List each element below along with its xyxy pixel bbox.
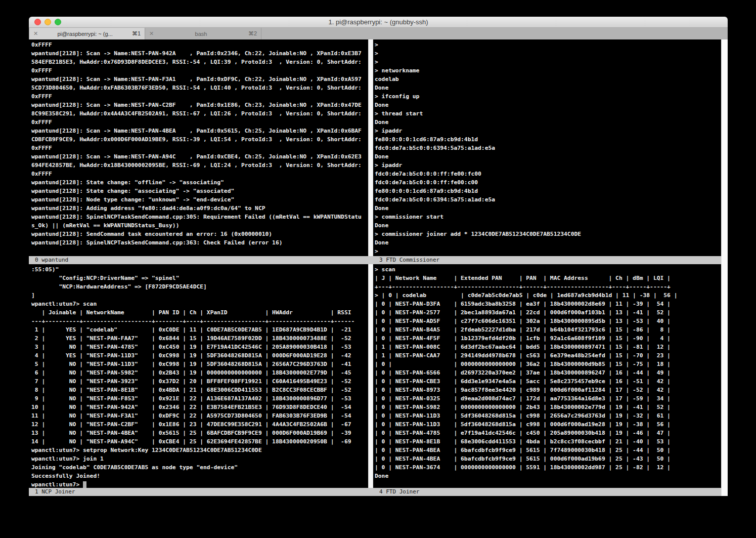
terminal-line: fdc0:de7a:b5c0:0:0:ff:fe00:fc00 — [375, 170, 721, 178]
terminal-line: wpantund[2128]: Scan -> Name:NEST-PAN-A9… — [31, 152, 368, 161]
terminal-line: codelab — [375, 75, 721, 84]
terminal-line: wpantund[2128]: Scan -> Name:NEST-PAN-C2… — [31, 101, 368, 109]
terminal-line: ] — [31, 291, 368, 300]
terminal-line: 0xFFFF — [31, 144, 368, 152]
tab-session-1[interactable]: ✕ pi@raspberrypi: ~ (g... ⌘1 — [29, 28, 145, 39]
terminal-line: | 0 | NEST-PAN-4BEA | 6bafcdbfcb9f9ce9 |… — [375, 446, 721, 454]
terminal-line: 7 | NO | "NEST-PAN-3923" | 0x37D2 | 20 |… — [31, 377, 368, 386]
terminal-line: 0xFFFF — [31, 66, 368, 75]
terminal-line: 1 | YES | "codelab" | 0xC0DE | 11 | C0DE… — [31, 325, 368, 334]
terminal-line: 0xFFFF — [31, 40, 368, 49]
terminal-line: wpanctl:utun7> setprop Network:Key 1234C… — [31, 446, 368, 454]
terminal-line: | 0 | NEST-PAN-4BEA | 6bafcdbfcb9f9ce9 |… — [375, 454, 721, 463]
terminal-line: | Joinable | NetworkName | PAN ID | Ch |… — [31, 308, 368, 317]
terminal-line: wpantund[2128]: Adding address "fe80::da… — [31, 204, 368, 213]
terminal-line: | 0 | NEST-PAN-B4A5 | 2fdeab52227d1dba |… — [375, 325, 721, 334]
terminal-line: 8C99E358C291, HwAddr:0x4A4A3C4FB2502A91,… — [31, 109, 368, 118]
terminal-line: wpantund[2128]: SendCommand task encount… — [31, 230, 368, 238]
terminal-line: fdc0:de7a:b5c0:0:0:ff:fe00:c00 — [375, 178, 721, 187]
terminal-line: | 0 | NEST-PAN-D3FA | 6159adc3ba8b3258 |… — [375, 300, 721, 308]
terminal-line: 5 | NO | "NEST-PAN-11D3" | 0xC998 | 19 |… — [31, 360, 368, 368]
close-tab-icon[interactable]: ✕ — [33, 30, 38, 37]
terminal-line: > ifconfig up — [375, 92, 721, 101]
terminal-line: 14 | NO | "NEST-PAN-A94C" | 0xCBE4 | 25 … — [31, 437, 368, 446]
pane-divider-scrollbar[interactable] — [368, 264, 373, 488]
terminal-line: > networkname — [375, 66, 721, 75]
terminal-line: "Config:NCP:DriverName" => "spinel" — [31, 274, 368, 282]
terminal-line: > — [375, 247, 721, 256]
close-tab-icon[interactable]: ✕ — [149, 30, 154, 37]
terminal-line: ---+----------+--------------------+----… — [31, 317, 368, 325]
pane-title-ftd-joiner: 4 FTD Joiner — [379, 488, 419, 496]
terminal-line: wpantund[2128]: State change: "associati… — [31, 187, 368, 195]
terminal-line: | 0 | | 0000000000000000 | 36a2 | 18b430… — [375, 360, 721, 368]
tmux-session-area: 0xFFFFwpantund[2128]: Scan -> Name:NEST-… — [29, 39, 728, 496]
terminal-line: > commissioner joiner add * 1234C0DE7AB5… — [375, 230, 721, 238]
terminal-line: 5CD73D804650, HwAddr:0xFAB6303B76F3ED50,… — [31, 84, 368, 92]
terminal-line: 6 | NO | "NEST-PAN-5982" | 0x2B43 | 19 |… — [31, 368, 368, 377]
terminal-line: | 0 | NEST-PAN-6566 | d26973220a370ee2 |… — [375, 368, 721, 377]
terminal-line: > ipaddr — [375, 161, 721, 170]
tab-shortcut: ⌘1 — [132, 30, 141, 37]
terminal-cursor — [83, 481, 86, 488]
terminal-line: "NCP:HardwareAddress" => [F872DF9CD5AE4D… — [31, 282, 368, 291]
tab-shortcut: ⌘2 — [248, 30, 257, 37]
terminal-line: > commissioner start — [375, 213, 721, 221]
terminal-line: | 0 | NEST-PAN-5982 | 0000000000000000 |… — [375, 403, 721, 411]
window-title: 1. pi@raspberrypi: ~ (gnubby-ssh) — [29, 17, 728, 28]
terminal-line: | 0 | NEST-PAN-AD5F | c27f7c606dc16351 |… — [375, 317, 721, 325]
tab-bar: ✕ pi@raspberrypi: ~ (g... ⌘1 ✕ bash ⌘2 — [29, 28, 728, 39]
terminal-line: Successfully Joined! — [31, 472, 368, 480]
terminal-line: Done — [375, 204, 721, 213]
terminal-line: 3 | NO | "NEST-PAN-4785" | 0xC450 | 19 |… — [31, 343, 368, 351]
pane-title-wpantund: 0 wpantund — [35, 256, 68, 264]
terminal-line: 2 | YES | "NEST-PAN-FAA7" | 0x6844 | 15 … — [31, 334, 368, 343]
terminal-line: 694FE42857BE, HwAddr:0x18B43000002095BE,… — [31, 161, 368, 170]
pane-title-ncp-joiner: 1 NCP Joiner — [35, 488, 75, 496]
terminal-line: Done — [375, 152, 721, 161]
terminal-line: | 0 | NEST-PAN-8973 | 9ac857f8ee3e4420 |… — [375, 386, 721, 394]
terminal-line: Done — [375, 118, 721, 127]
terminal-line: | 1 | NEST-PAN-008C | 6d3df2bc67aabc64 |… — [375, 343, 721, 351]
pane-status-bar-bottom: 1 NCP Joiner 4 FTD Joiner — [29, 488, 721, 496]
tab-label: pi@raspberrypi: ~ (g... — [41, 31, 128, 37]
terminal-line: | 0 | NEST-PAN-4F5F | 1b12379efd4df20b |… — [375, 334, 721, 343]
terminal-window: 1. pi@raspberrypi: ~ (gnubby-ssh) ✕ pi@r… — [29, 17, 728, 496]
terminal-line: Done — [375, 84, 721, 92]
pane-ftd-joiner[interactable]: > scan| J | Network Name | Extended PAN … — [373, 264, 721, 488]
terminal-line: | 0 | NEST-PAN-3674 | 0000000000000000 |… — [375, 463, 721, 472]
terminal-line: wpantund[2128]: State change: "offline" … — [31, 178, 368, 187]
terminal-line: CDBFCB9F9CE9, HwAddr:0x000D6F000AD19BE9,… — [31, 135, 368, 144]
terminal-line: | 0 | NEST-PAN-2577 | 2bec1a8893da67a1 |… — [375, 308, 721, 317]
terminal-line: fe80:0:0:0:1cd6:87a9:cb9d:4b1d — [375, 135, 721, 144]
pane-ftd-commissioner[interactable]: >>>> networknamecodelabDone> ifconfig up… — [373, 39, 721, 256]
terminal-line: 12 | NO | "NEST-PAN-C2BF" | 0x1E86 | 23 … — [31, 420, 368, 429]
shell-prompt: wpanctl:utun7> — [31, 480, 83, 488]
tab-session-2[interactable]: ✕ bash ⌘2 — [145, 28, 261, 39]
pane-wpantund[interactable]: 0xFFFFwpantund[2128]: Scan -> Name:NEST-… — [29, 39, 368, 256]
terminal-line: > thread start — [375, 109, 721, 118]
scrollbar[interactable] — [721, 39, 728, 496]
terminal-line: wpanctl:utun7> scan — [31, 300, 368, 308]
window-titlebar[interactable]: 1. pi@raspberrypi: ~ (gnubby-ssh) — [29, 17, 728, 28]
terminal-line: | 0 | NEST-PAN-8E1B | 68e3006cdd411553 |… — [375, 437, 721, 446]
terminal-line: s_Ok) || (mRetVal == kWPANTUNDStatus_Bus… — [31, 221, 368, 230]
terminal-line: > | 0 | codelab | c0de7ab5c0de7ab5 | c0d… — [375, 291, 721, 300]
terminal-line: 0xFFFF — [31, 118, 368, 127]
pane-divider-scrollbar[interactable] — [368, 39, 373, 256]
terminal-line: > — [375, 40, 721, 49]
terminal-line: Done — [375, 221, 721, 230]
terminal-line: 584EFB21B5E3, HwAddr:0x76D93D8F8DEDCEE3,… — [31, 58, 368, 66]
terminal-line: 0xFFFF — [31, 170, 368, 178]
pane-ncp-joiner[interactable]: :55:05)" "Config:NCP:DriverName" => "spi… — [29, 264, 368, 488]
terminal-line: | 0 | NEST-PAN-0325 | d9eaa2d008d74ac7 |… — [375, 394, 721, 403]
terminal-line: wpantund[2128]: Scan -> Name:NEST-PAN-94… — [31, 49, 368, 58]
terminal-line: > scan — [375, 265, 721, 274]
terminal-line: fe80:0:0:0:1cd6:87a9:cb9d:4b1d — [375, 187, 721, 195]
terminal-line: Done — [375, 238, 721, 247]
pane-status-bar-top: 0 wpantund 3 FTD Commissioner — [29, 256, 721, 264]
terminal-line: 13 | NO | "NEST-PAN-4BEA" | 0x5615 | 25 … — [31, 429, 368, 437]
terminal-line: Done — [375, 101, 721, 109]
terminal-line: 0xFFFF — [31, 92, 368, 101]
terminal-line: | 1 | NEST-PAN-CAA7 | 294149dd4978b678 |… — [375, 351, 721, 360]
